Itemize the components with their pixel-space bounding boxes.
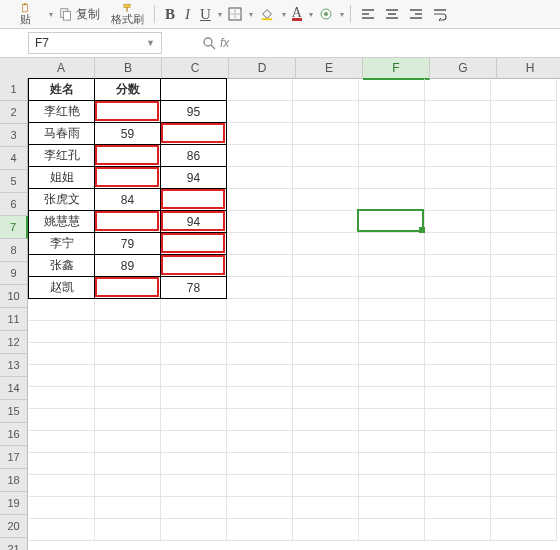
cell-D21[interactable]: [227, 519, 293, 541]
cell-G8[interactable]: [425, 233, 491, 255]
cell-C11[interactable]: [161, 299, 227, 321]
cell-H21[interactable]: [491, 519, 557, 541]
cell-H20[interactable]: [491, 497, 557, 519]
cell-G13[interactable]: [425, 343, 491, 365]
cell-A1[interactable]: 姓名: [29, 79, 95, 101]
row-header-14[interactable]: 14: [0, 377, 28, 400]
underline-button[interactable]: U: [196, 3, 215, 25]
column-header-H[interactable]: H: [497, 58, 560, 79]
cell-G9[interactable]: [425, 255, 491, 277]
cell-D2[interactable]: [227, 101, 293, 123]
row-header-12[interactable]: 12: [0, 331, 28, 354]
cell-H7[interactable]: [491, 211, 557, 233]
italic-button[interactable]: I: [181, 3, 194, 25]
cell-H6[interactable]: [491, 189, 557, 211]
cell-B4[interactable]: [95, 145, 161, 167]
cell-C5[interactable]: 94: [161, 167, 227, 189]
fill-color-button[interactable]: [255, 3, 279, 25]
align-right-button[interactable]: [405, 3, 427, 25]
cell-C10[interactable]: 78: [161, 277, 227, 299]
cell-C13[interactable]: [161, 343, 227, 365]
row-header-2[interactable]: 2: [0, 101, 28, 124]
cell-G21[interactable]: [425, 519, 491, 541]
cell-F19[interactable]: [359, 475, 425, 497]
cell-A15[interactable]: [29, 387, 95, 409]
cell-A3[interactable]: 马春雨: [29, 123, 95, 145]
cell-C18[interactable]: [161, 453, 227, 475]
row-header-20[interactable]: 20: [0, 515, 28, 538]
column-header-G[interactable]: G: [430, 58, 497, 79]
cell-F7[interactable]: [359, 211, 425, 233]
cell-G18[interactable]: [425, 453, 491, 475]
cell-D5[interactable]: [227, 167, 293, 189]
cell-F1[interactable]: [359, 79, 425, 101]
copy-button[interactable]: 复制: [55, 3, 104, 25]
cell-B20[interactable]: [95, 497, 161, 519]
cell-A18[interactable]: [29, 453, 95, 475]
cell-F14[interactable]: [359, 365, 425, 387]
cell-E11[interactable]: [293, 299, 359, 321]
cell-D7[interactable]: [227, 211, 293, 233]
cell-B10[interactable]: [95, 277, 161, 299]
borders-dropdown-icon[interactable]: ▾: [249, 10, 253, 19]
cell-F10[interactable]: [359, 277, 425, 299]
cell-H8[interactable]: [491, 233, 557, 255]
spreadsheet-grid[interactable]: ABCDEFGH 1234567891011121314151617181920…: [0, 58, 560, 550]
cell-G11[interactable]: [425, 299, 491, 321]
row-header-13[interactable]: 13: [0, 354, 28, 377]
cell-C19[interactable]: [161, 475, 227, 497]
cell-E10[interactable]: [293, 277, 359, 299]
cell-G6[interactable]: [425, 189, 491, 211]
cell-B13[interactable]: [95, 343, 161, 365]
cell-B18[interactable]: [95, 453, 161, 475]
cell-H3[interactable]: [491, 123, 557, 145]
search-icon[interactable]: [202, 36, 216, 50]
row-header-5[interactable]: 5: [0, 170, 28, 193]
row-header-16[interactable]: 16: [0, 423, 28, 446]
cell-B17[interactable]: [95, 431, 161, 453]
row-header-21[interactable]: 21: [0, 538, 28, 550]
cell-E8[interactable]: [293, 233, 359, 255]
cell-H17[interactable]: [491, 431, 557, 453]
cell-E15[interactable]: [293, 387, 359, 409]
cell-G1[interactable]: [425, 79, 491, 101]
bold-button[interactable]: B: [161, 3, 179, 25]
cell-G12[interactable]: [425, 321, 491, 343]
cell-G2[interactable]: [425, 101, 491, 123]
paste-button[interactable]: 贴: [4, 3, 46, 25]
cell-H18[interactable]: [491, 453, 557, 475]
select-all-corner[interactable]: [0, 58, 29, 79]
cell-E20[interactable]: [293, 497, 359, 519]
cell-A17[interactable]: [29, 431, 95, 453]
cell-H15[interactable]: [491, 387, 557, 409]
cell-G3[interactable]: [425, 123, 491, 145]
font-color-dropdown-icon[interactable]: ▾: [309, 10, 313, 19]
cell-H1[interactable]: [491, 79, 557, 101]
cell-B5[interactable]: [95, 167, 161, 189]
fill-dropdown-icon[interactable]: ▾: [282, 10, 286, 19]
cell-B14[interactable]: [95, 365, 161, 387]
cell-A7[interactable]: 姚慧慧: [29, 211, 95, 233]
row-header-6[interactable]: 6: [0, 193, 28, 216]
cell-G16[interactable]: [425, 409, 491, 431]
cell-A12[interactable]: [29, 321, 95, 343]
cell-C15[interactable]: [161, 387, 227, 409]
cell-C2[interactable]: 95: [161, 101, 227, 123]
cell-B9[interactable]: 89: [95, 255, 161, 277]
row-header-17[interactable]: 17: [0, 446, 28, 469]
cell-E16[interactable]: [293, 409, 359, 431]
cell-E14[interactable]: [293, 365, 359, 387]
cell-H4[interactable]: [491, 145, 557, 167]
format-painter-button[interactable]: 格式刷: [106, 3, 148, 25]
column-header-E[interactable]: E: [296, 58, 363, 79]
cell-F5[interactable]: [359, 167, 425, 189]
style-dropdown-icon[interactable]: ▾: [340, 10, 344, 19]
cell-A19[interactable]: [29, 475, 95, 497]
cell-D6[interactable]: [227, 189, 293, 211]
column-header-C[interactable]: C: [162, 58, 229, 79]
cell-H2[interactable]: [491, 101, 557, 123]
row-header-11[interactable]: 11: [0, 308, 28, 331]
cell-E4[interactable]: [293, 145, 359, 167]
cell-B7[interactable]: [95, 211, 161, 233]
cell-C21[interactable]: [161, 519, 227, 541]
